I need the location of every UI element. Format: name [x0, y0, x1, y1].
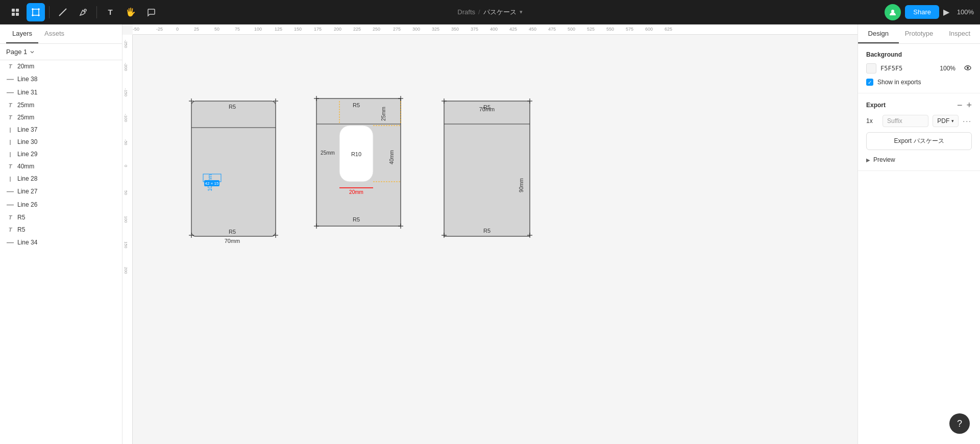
grid-tool-button[interactable]	[6, 3, 24, 21]
export-more-options[interactable]: ···	[963, 117, 972, 125]
svg-rect-16	[191, 101, 276, 236]
comment-tool-button[interactable]	[142, 3, 160, 21]
tab-design[interactable]: Design	[858, 24, 899, 43]
svg-text:R10: R10	[351, 151, 361, 157]
frame1-svg: R5 R5 70mm 105mm 42 × 15	[184, 96, 286, 246]
text-tool-button[interactable]: T	[101, 3, 119, 21]
svg-rect-1	[16, 9, 19, 12]
layer-name: Line 37	[17, 126, 37, 133]
tab-prototype[interactable]: Prototype	[899, 24, 940, 43]
layer-name: Line 38	[17, 76, 37, 83]
frame3-svg: 70mm 90mm R5 R5	[439, 96, 536, 246]
help-button[interactable]: ?	[949, 413, 970, 434]
layer-name: R5	[17, 214, 25, 221]
page-name: Page 1	[6, 48, 27, 56]
layer-name: R5	[17, 226, 25, 233]
background-title: Background	[866, 51, 972, 58]
export-scale: 1x	[866, 117, 878, 125]
preview-row[interactable]: ▶ Preview	[866, 156, 972, 163]
layer-name: Line 30	[17, 138, 37, 145]
title-separator: /	[478, 8, 480, 16]
layer-item[interactable]: —Line 34	[0, 236, 122, 249]
toolbar: T 🖐 Drafts / パスケース ▾ Share ▶ 100%	[0, 0, 980, 24]
right-toolbar: Share ▶ 100%	[885, 4, 974, 20]
layer-item[interactable]: —Line 31	[0, 86, 122, 99]
page-selector[interactable]: Page 1	[0, 44, 122, 60]
export-settings-row: 1x Suffix PDF ▾ ···	[866, 115, 972, 127]
svg-text:R5: R5	[483, 228, 491, 234]
layer-item[interactable]: |Line 30	[0, 136, 122, 148]
svg-rect-0	[12, 9, 15, 12]
right-panel-tabs: Design Prototype Inspect	[858, 24, 980, 44]
layer-name: Line 29	[17, 151, 37, 158]
layer-item[interactable]: —Line 27	[0, 185, 122, 198]
app-layout: Layers Assets Page 1 T20mm—Line 38—Line …	[0, 0, 980, 444]
svg-rect-3	[16, 13, 19, 16]
document-title: Drafts / パスケース ▾	[457, 8, 522, 17]
background-color-row: F5F5F5 100%	[866, 63, 972, 73]
background-color-swatch[interactable]	[866, 63, 876, 73]
svg-text:R5: R5	[229, 104, 236, 110]
svg-text:42 × 15: 42 × 15	[205, 181, 219, 186]
chevron-down-icon: ▾	[951, 118, 954, 124]
layer-item[interactable]: T25mm	[0, 99, 122, 111]
show-in-exports-checkbox[interactable]	[866, 79, 873, 86]
ruler-top: -50 -25 0 25 50 75 100 125 150 175 200 2…	[133, 24, 857, 35]
preview-expand-icon: ▶	[866, 157, 870, 163]
svg-text:20mm: 20mm	[349, 189, 363, 195]
canvas[interactable]: -50 -25 0 25 50 75 100 125 150 175 200 2…	[122, 24, 857, 444]
play-button[interactable]: ▶	[943, 7, 949, 17]
layer-name: 25mm	[17, 114, 34, 121]
svg-text:40mm: 40mm	[389, 150, 395, 164]
layer-item[interactable]: |Line 37	[0, 124, 122, 136]
layer-name: Line 34	[17, 239, 37, 246]
layer-item[interactable]: T40mm	[0, 160, 122, 172]
remove-export-button[interactable]: −	[957, 101, 963, 110]
tab-layers[interactable]: Layers	[6, 24, 38, 43]
layer-name: 25mm	[17, 102, 34, 109]
layer-item[interactable]: |Line 28	[0, 172, 122, 185]
svg-text:R5: R5	[353, 216, 360, 223]
svg-text:R5: R5	[229, 229, 236, 235]
layer-item[interactable]: T20mm	[0, 60, 122, 72]
layer-item[interactable]: —Line 26	[0, 198, 122, 211]
ruler-left: -250 -200 -150 -100 -50 0 50 100 150 200	[122, 35, 133, 444]
background-opacity: 100%	[940, 65, 955, 72]
svg-text:90mm: 90mm	[519, 178, 524, 192]
share-button[interactable]: Share	[905, 5, 939, 19]
export-section: Export − + 1x Suffix PDF ▾ ··· Export パス…	[858, 93, 980, 171]
export-format-dropdown[interactable]: PDF ▾	[933, 115, 959, 127]
add-export-button[interactable]: +	[966, 101, 972, 110]
layer-name: Line 27	[17, 188, 37, 195]
layer-item[interactable]: TR5	[0, 211, 122, 224]
left-panel-tabs: Layers Assets	[0, 24, 122, 44]
svg-text:70mm: 70mm	[225, 238, 240, 244]
visibility-toggle-icon[interactable]	[964, 64, 972, 73]
export-title: Export	[866, 102, 886, 109]
left-panel: Layers Assets Page 1 T20mm—Line 38—Line …	[0, 24, 122, 444]
tab-inspect[interactable]: Inspect	[939, 24, 980, 43]
svg-line-13	[59, 9, 66, 16]
frame-tool-button[interactable]	[27, 3, 45, 21]
zoom-level: 100%	[953, 8, 974, 16]
pen-tool-button[interactable]	[74, 3, 92, 21]
svg-text:R5: R5	[353, 102, 360, 108]
layer-item[interactable]: —Line 38	[0, 72, 122, 86]
export-suffix-input[interactable]: Suffix	[883, 115, 928, 127]
hand-tool-button[interactable]: 🖐	[121, 3, 140, 21]
layer-name: 40mm	[17, 163, 34, 170]
layer-item[interactable]: T25mm	[0, 111, 122, 124]
filename: パスケース	[483, 8, 517, 17]
avatar	[885, 4, 901, 20]
svg-rect-2	[12, 13, 15, 16]
layer-item[interactable]: |Line 29	[0, 148, 122, 160]
chevron-down-icon[interactable]: ▾	[520, 9, 523, 15]
layer-name: 20mm	[17, 63, 34, 70]
layer-item[interactable]: TR5	[0, 224, 122, 236]
svg-point-14	[84, 9, 86, 11]
tab-assets[interactable]: Assets	[38, 24, 70, 43]
background-section: Background F5F5F5 100% Show in exports	[858, 44, 980, 93]
line-tool-button[interactable]	[54, 3, 72, 21]
export-button[interactable]: Export パスケース	[866, 132, 972, 150]
canvas-content[interactable]: R5 R5 70mm 105mm 42 × 15	[133, 35, 857, 444]
